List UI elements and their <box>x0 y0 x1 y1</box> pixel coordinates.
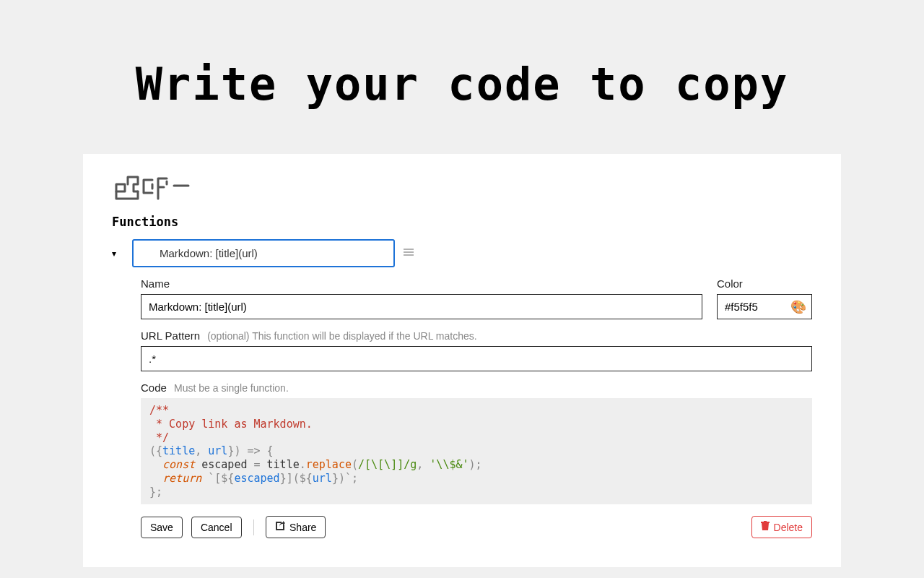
menu-icon[interactable] <box>404 247 414 260</box>
url-pattern-input[interactable] <box>141 346 812 371</box>
code-editor[interactable]: /** * Copy link as Markdown. */ ({title,… <box>141 398 812 504</box>
editor-panel: Functions ▾ Markdown: [title](url) Name … <box>83 154 841 567</box>
share-icon <box>275 521 285 533</box>
save-button[interactable]: Save <box>141 517 183 538</box>
delete-button[interactable]: Delete <box>751 516 812 538</box>
section-heading: Functions <box>112 215 812 229</box>
code-label: Code Must be a single function. <box>141 381 812 394</box>
app-logo <box>112 171 812 206</box>
url-pattern-label: URL Pattern (optional) This function wil… <box>141 329 812 342</box>
color-label: Color <box>717 277 812 290</box>
share-button[interactable]: Share <box>266 516 326 538</box>
palette-icon[interactable]: 🎨 <box>790 299 806 315</box>
collapse-caret-icon[interactable]: ▾ <box>112 249 123 259</box>
name-label: Name <box>141 277 702 290</box>
page-title: Write your code to copy <box>0 0 924 154</box>
name-input[interactable] <box>141 294 702 319</box>
function-selector[interactable]: Markdown: [title](url) <box>132 239 395 267</box>
trash-icon <box>761 521 770 533</box>
cancel-button[interactable]: Cancel <box>191 517 242 538</box>
button-divider <box>253 519 255 535</box>
